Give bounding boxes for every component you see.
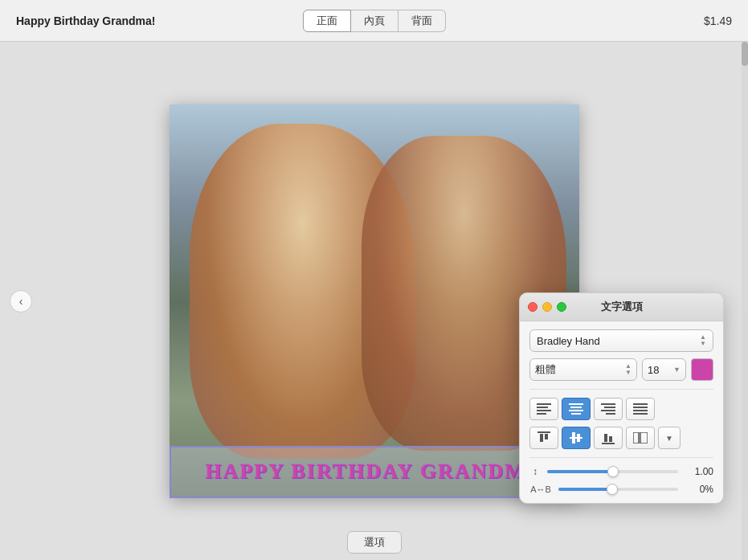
svg-rect-17 [540, 434, 543, 442]
line-spacing-fill [547, 470, 613, 473]
svg-rect-18 [545, 434, 548, 439]
main-content: ‹ HAPPY BIRTHDAY GRANDMA 選項 文字選項 [0, 42, 748, 560]
line-spacing-thumb[interactable] [607, 466, 619, 477]
char-spacing-track[interactable] [558, 488, 678, 491]
svg-rect-19 [570, 437, 582, 439]
svg-rect-14 [633, 410, 648, 411]
valign-bottom-button[interactable] [594, 427, 623, 449]
svg-rect-5 [570, 407, 582, 408]
expand-button[interactable]: ▼ [658, 427, 681, 449]
svg-rect-1 [537, 407, 548, 408]
panel-title-bar: 文字選項 [520, 293, 723, 321]
text-options-panel: 文字選項 Bradley Hand ▲▼ 粗體 ▲▼ [519, 292, 724, 504]
svg-rect-0 [537, 403, 551, 405]
left-arrow-icon: ‹ [19, 295, 23, 308]
svg-rect-2 [537, 410, 551, 411]
card-text: HAPPY BIRTHDAY GRANDMA [205, 460, 542, 484]
align-right-button[interactable] [594, 398, 623, 420]
svg-rect-6 [569, 410, 583, 411]
panel-title: 文字選項 [601, 300, 643, 314]
svg-rect-10 [601, 410, 615, 411]
font-selector[interactable]: Bradley Hand ▲▼ [529, 329, 713, 352]
char-spacing-thumb[interactable] [607, 484, 618, 495]
align-left-button[interactable] [529, 398, 558, 420]
align-center-button[interactable] [562, 398, 591, 420]
font-size-value: 18 [648, 364, 659, 376]
svg-rect-22 [602, 443, 615, 444]
svg-rect-24 [609, 436, 612, 442]
svg-rect-21 [577, 434, 580, 442]
tab-front[interactable]: 正面 [303, 10, 351, 32]
traffic-lights [528, 302, 566, 312]
svg-rect-23 [604, 434, 607, 442]
scrollbar-track[interactable] [742, 42, 748, 560]
tab-inner[interactable]: 內頁 [351, 10, 399, 32]
expand-arrow-icon: ▼ [665, 434, 673, 443]
line-spacing-track[interactable] [547, 470, 678, 473]
alignment-row [529, 398, 713, 420]
font-row: Bradley Hand ▲▼ [529, 329, 713, 352]
options-label: 選項 [364, 536, 385, 548]
svg-rect-15 [633, 413, 648, 415]
svg-rect-25 [633, 432, 639, 444]
view-tabs: 正面 內頁 背面 [303, 10, 446, 32]
divider-2 [529, 457, 713, 458]
divider-1 [529, 389, 713, 390]
panel-body: Bradley Hand ▲▼ 粗體 ▲▼ 18 ▼ [520, 321, 723, 503]
font-selector-arrow: ▲▼ [700, 334, 706, 347]
columns-button[interactable] [626, 427, 655, 449]
svg-rect-9 [604, 407, 615, 408]
svg-rect-13 [633, 407, 648, 408]
line-spacing-icon: ↕ [529, 466, 541, 477]
line-spacing-row: ↕ 1.00 [529, 466, 713, 477]
maximize-button[interactable] [557, 302, 566, 312]
style-arrow-icon: ▲▼ [625, 363, 632, 376]
font-size-selector[interactable]: 18 ▼ [642, 358, 686, 381]
scrollbar-thumb[interactable] [742, 42, 748, 66]
font-name: Bradley Hand [537, 335, 600, 347]
valign-middle-button[interactable] [562, 427, 591, 449]
char-spacing-row: A↔B 0% [529, 484, 713, 495]
svg-rect-12 [633, 403, 648, 405]
char-spacing-value: 0% [685, 484, 713, 495]
svg-rect-3 [537, 413, 546, 415]
prev-page-button[interactable]: ‹ [10, 290, 32, 313]
card-photo [170, 104, 579, 498]
char-spacing-fill [558, 488, 612, 491]
svg-rect-7 [571, 413, 581, 415]
valign-row: ▼ [529, 427, 713, 449]
font-style-selector[interactable]: 粗體 ▲▼ [529, 358, 637, 381]
svg-rect-26 [640, 432, 648, 444]
card-text-overlay[interactable]: HAPPY BIRTHDAY GRANDMA [170, 446, 579, 498]
svg-rect-20 [572, 432, 575, 444]
font-style-value: 粗體 [535, 362, 556, 377]
tab-back[interactable]: 背面 [399, 10, 446, 32]
minimize-button[interactable] [542, 302, 552, 312]
svg-rect-8 [601, 403, 615, 405]
card-title: Happy Birthday Grandma! [16, 14, 155, 27]
color-swatch[interactable] [691, 358, 713, 381]
top-bar: Happy Birthday Grandma! 正面 內頁 背面 $1.49 [0, 0, 748, 42]
line-spacing-value: 1.00 [685, 466, 713, 477]
card-container: HAPPY BIRTHDAY GRANDMA [170, 104, 579, 498]
size-arrow-icon: ▼ [673, 366, 681, 374]
svg-rect-16 [537, 431, 550, 433]
svg-rect-11 [606, 413, 615, 415]
options-button[interactable]: 選項 [347, 531, 402, 554]
char-spacing-icon: A↔B [529, 484, 552, 494]
style-row: 粗體 ▲▼ 18 ▼ [529, 358, 713, 381]
align-justify-button[interactable] [626, 398, 655, 420]
price-label: $1.49 [704, 14, 732, 27]
svg-rect-4 [569, 403, 583, 405]
close-button[interactable] [528, 302, 537, 312]
valign-top-button[interactable] [529, 427, 558, 449]
